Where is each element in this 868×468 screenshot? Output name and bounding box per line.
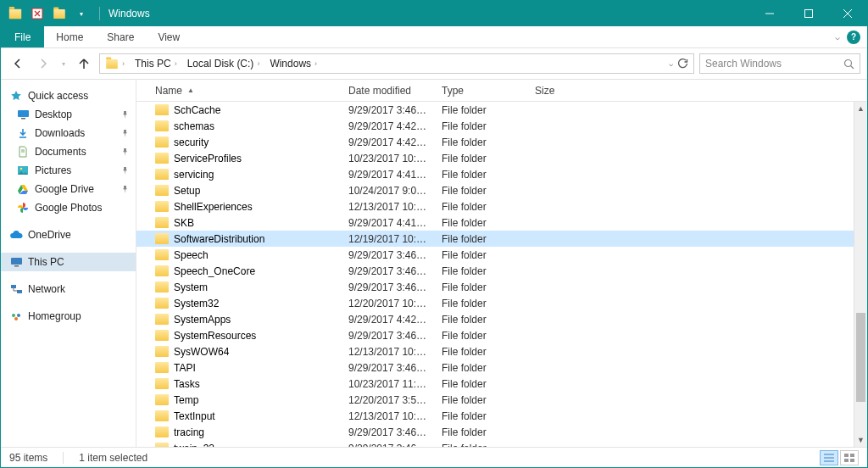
file-row[interactable]: TextInput12/13/2017 10:55 ...File folder xyxy=(136,408,854,424)
nav-onedrive[interactable]: OneDrive xyxy=(1,226,136,244)
file-row[interactable]: servicing9/29/2017 4:41 PMFile folder xyxy=(136,166,854,182)
ribbon-tab-view[interactable]: View xyxy=(146,26,192,47)
back-button[interactable] xyxy=(8,53,28,74)
file-row[interactable]: TAPI9/29/2017 3:46 PMFile folder xyxy=(136,359,854,376)
file-row[interactable]: Speech_OneCore9/29/2017 3:46 PMFile fold… xyxy=(136,263,854,279)
file-row[interactable]: Tasks10/23/2017 11:07 ...File folder xyxy=(136,376,854,392)
file-row[interactable]: security9/29/2017 4:42 PMFile folder xyxy=(136,134,854,150)
address-dropdown-icon[interactable]: ⌵ xyxy=(669,59,673,68)
file-row[interactable]: Temp12/20/2017 3:53 PMFile folder xyxy=(136,392,854,408)
nav-quick-item[interactable]: Google Drive xyxy=(1,180,136,198)
file-date: 12/20/2017 10:59 ... xyxy=(342,298,435,309)
scroll-down-icon[interactable]: ▼ xyxy=(854,433,867,447)
refresh-icon[interactable] xyxy=(676,58,688,70)
file-row[interactable]: Setup10/24/2017 9:00 AMFile folder xyxy=(136,182,854,198)
file-name: System32 xyxy=(174,298,219,309)
nav-quick-item[interactable]: Downloads xyxy=(1,124,136,142)
breadcrumb-thispc[interactable]: This PC› xyxy=(131,54,184,73)
file-row[interactable]: schemas9/29/2017 4:42 PMFile folder xyxy=(136,118,854,134)
maximize-button[interactable] xyxy=(789,1,828,26)
nav-quick-access[interactable]: Quick access xyxy=(1,86,136,105)
file-type: File folder xyxy=(435,410,528,422)
file-type: File folder xyxy=(435,426,528,438)
file-name: SystemResources xyxy=(174,330,256,342)
nav-homegroup[interactable]: Homegroup xyxy=(1,307,136,326)
file-row[interactable]: SystemResources9/29/2017 3:46 PMFile fol… xyxy=(136,327,854,343)
file-row[interactable]: ShellExperiences12/13/2017 10:55 ...File… xyxy=(136,198,854,214)
vertical-scrollbar[interactable]: ▲ ▼ xyxy=(854,102,867,447)
file-date: 12/13/2017 10:56 ... xyxy=(342,346,435,358)
folder-icon xyxy=(155,120,169,131)
file-row[interactable]: System3212/20/2017 10:59 ...File folder xyxy=(136,295,854,311)
folder-icon xyxy=(155,314,169,325)
file-row[interactable]: SchCache9/29/2017 3:46 PMFile folder xyxy=(136,102,854,118)
qat-properties-icon[interactable] xyxy=(28,4,47,23)
svg-rect-14 xyxy=(11,258,22,265)
view-details-button[interactable] xyxy=(820,450,838,465)
svg-point-20 xyxy=(14,317,18,320)
svg-point-13 xyxy=(20,168,23,170)
recent-dropdown-icon[interactable]: ▾ xyxy=(58,53,69,74)
pin-icon xyxy=(121,167,129,175)
nav-quick-item[interactable]: Google Photos xyxy=(1,198,136,217)
nav-this-pc[interactable]: This PC xyxy=(1,253,136,271)
ribbon-tab-share[interactable]: Share xyxy=(95,26,146,47)
nav-quick-item[interactable]: Documents xyxy=(1,142,136,161)
forward-button[interactable] xyxy=(33,53,53,74)
column-size[interactable]: Size xyxy=(528,80,596,101)
file-name: System xyxy=(174,281,208,293)
view-large-icons-button[interactable] xyxy=(840,450,859,465)
file-row[interactable]: SystemApps9/29/2017 4:42 PMFile folder xyxy=(136,311,854,327)
file-row[interactable]: twain_329/29/2017 3:46 PMFile folder xyxy=(136,440,854,447)
network-icon xyxy=(9,282,23,296)
file-type: File folder xyxy=(435,104,528,116)
ribbon-expand-icon[interactable]: ⌵ xyxy=(835,32,840,42)
up-button[interactable] xyxy=(74,53,94,74)
search-icon[interactable] xyxy=(843,58,854,70)
nav-quick-item[interactable]: Pictures xyxy=(1,161,136,180)
file-date: 9/29/2017 4:41 PM xyxy=(342,169,435,181)
file-row[interactable]: Speech9/29/2017 3:46 PMFile folder xyxy=(136,247,854,263)
file-row[interactable]: SKB9/29/2017 4:41 PMFile folder xyxy=(136,214,854,231)
breadcrumb-localdisk[interactable]: Local Disk (C:)› xyxy=(184,54,267,73)
breadcrumb-windows[interactable]: Windows› xyxy=(266,54,324,73)
close-button[interactable] xyxy=(828,1,867,26)
svg-rect-8 xyxy=(21,118,25,120)
file-list[interactable]: SchCache9/29/2017 3:46 PMFile foldersche… xyxy=(136,102,867,447)
nav-quick-item[interactable]: Desktop xyxy=(1,105,136,124)
file-date: 12/20/2017 3:53 PM xyxy=(342,394,435,406)
column-date[interactable]: Date modified xyxy=(342,80,435,101)
help-icon[interactable]: ? xyxy=(847,31,860,44)
file-row[interactable]: System9/29/2017 3:46 PMFile folder xyxy=(136,279,854,295)
documents-icon xyxy=(16,145,30,159)
file-row[interactable]: SysWOW6412/13/2017 10:56 ...File folder xyxy=(136,343,854,359)
file-row[interactable]: tracing9/29/2017 3:46 PMFile folder xyxy=(136,424,854,440)
minimize-button[interactable] xyxy=(750,1,789,26)
file-type: File folder xyxy=(435,201,528,213)
file-row[interactable]: SoftwareDistribution12/19/2017 10:48 ...… xyxy=(136,231,854,247)
file-date: 9/29/2017 3:46 PM xyxy=(342,330,435,342)
nav-network[interactable]: Network xyxy=(1,280,136,298)
file-date: 12/13/2017 10:55 ... xyxy=(342,410,435,422)
address-bar[interactable]: › This PC› Local Disk (C:)› Windows› ⌵ xyxy=(99,53,694,74)
svg-rect-2 xyxy=(805,10,813,18)
qat-newfolder-icon[interactable] xyxy=(50,4,69,23)
scroll-thumb[interactable] xyxy=(856,313,865,402)
ribbon-file-tab[interactable]: File xyxy=(1,26,44,47)
qat-dropdown-icon[interactable]: ▾ xyxy=(72,4,91,23)
folder-icon xyxy=(155,153,169,164)
breadcrumb-root-icon[interactable]: › xyxy=(102,54,131,73)
file-row[interactable]: ServiceProfiles10/23/2017 10:44 ...File … xyxy=(136,150,854,166)
file-date: 9/29/2017 3:46 PM xyxy=(342,265,435,277)
folder-icon xyxy=(155,426,169,437)
search-box[interactable] xyxy=(699,53,860,74)
column-name[interactable]: Name▲ xyxy=(148,80,342,101)
pin-icon xyxy=(121,130,129,137)
file-date: 9/29/2017 4:42 PM xyxy=(342,314,435,326)
file-name: ShellExperiences xyxy=(174,201,253,213)
scroll-up-icon[interactable]: ▲ xyxy=(854,102,867,115)
ribbon-tab-home[interactable]: Home xyxy=(44,26,95,47)
column-type[interactable]: Type xyxy=(435,80,528,101)
search-input[interactable] xyxy=(705,58,843,70)
file-date: 9/29/2017 3:46 PM xyxy=(342,443,435,448)
